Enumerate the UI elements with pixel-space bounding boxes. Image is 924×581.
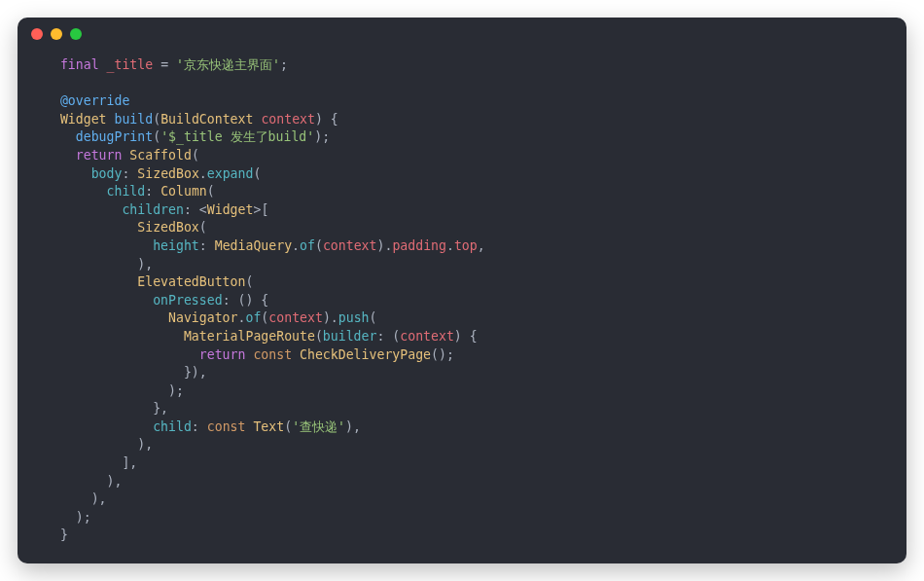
annotation: @override xyxy=(60,93,129,108)
keyword: final xyxy=(60,57,99,72)
code-content: final _title = '京东快递主界面'; @override Widg… xyxy=(18,56,906,545)
code-editor[interactable]: final _title = '京东快递主界面'; @override Widg… xyxy=(18,51,906,563)
close-icon[interactable] xyxy=(31,28,43,40)
identifier: _title xyxy=(107,57,154,72)
string-literal: '京东快递主界面' xyxy=(176,57,280,72)
titlebar xyxy=(18,18,906,51)
minimize-icon[interactable] xyxy=(51,28,62,40)
code-window: final _title = '京东快递主界面'; @override Widg… xyxy=(18,18,906,563)
function-name: build xyxy=(114,112,153,127)
type: Widget xyxy=(60,112,107,127)
maximize-icon[interactable] xyxy=(70,28,82,40)
